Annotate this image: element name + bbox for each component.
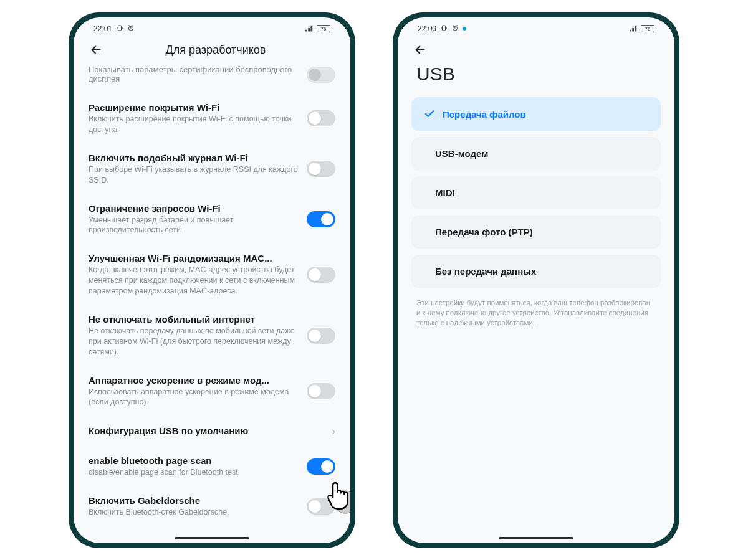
usb-option[interactable]: Передача файлов — [411, 97, 661, 131]
status-time: 22:00 — [418, 24, 436, 33]
battery-icon: 76 — [641, 25, 654, 32]
back-button[interactable] — [413, 42, 428, 57]
svg-rect-3 — [443, 26, 446, 31]
screen-left: 22:01 76 Для разработчиков Показыв — [74, 17, 350, 543]
setting-row[interactable]: Ограничение запросов Wi-FiУменьшает разр… — [86, 194, 338, 245]
setting-row[interactable]: Конфигурация USB по умолчанию› — [86, 416, 338, 447]
usb-option[interactable]: USB-модем — [411, 137, 661, 170]
screen-right: 22:00 76 USB Передача файл — [398, 17, 674, 543]
setting-title: Расширение покрытия Wi-Fi — [89, 102, 299, 113]
statusbar: 22:00 76 — [398, 17, 674, 36]
toggle-switch[interactable] — [307, 67, 335, 83]
battery-icon: 76 — [317, 25, 330, 32]
setting-row[interactable]: Включить подобный журнал Wi-FiПри выборе… — [86, 144, 338, 194]
setting-title: Не отключать мобильный интернет — [89, 314, 299, 325]
page-title: Для разработчиков — [96, 44, 335, 57]
option-label: Передача файлов — [443, 109, 526, 120]
page-header — [398, 36, 674, 60]
setting-title: enable bluetooth page scan — [89, 455, 299, 466]
setting-title: Показывать параметры сертификации беспро… — [89, 65, 299, 83]
usb-options-list: Передача файловUSB-модемMIDIПередача фот… — [398, 97, 674, 288]
setting-subtitle: Уменьшает разряд батареи и повышает прои… — [89, 215, 299, 236]
setting-subtitle: Включить расширение покрытия Wi-Fi с пом… — [89, 114, 299, 135]
vibrate-icon — [440, 24, 448, 34]
setting-row[interactable]: Не отключать мобильный интернетНе отключ… — [86, 305, 338, 366]
toggle-switch[interactable] — [307, 383, 335, 399]
settings-list[interactable]: Показывать параметры сертификации беспро… — [74, 65, 350, 543]
usb-option[interactable]: Без передачи данных — [411, 255, 661, 288]
toggle-switch[interactable] — [307, 211, 335, 227]
setting-title: Включить подобный журнал Wi-Fi — [89, 153, 299, 163]
toggle-switch[interactable] — [307, 498, 335, 515]
alarm-icon — [127, 24, 135, 34]
status-time: 22:01 — [94, 24, 112, 33]
usb-option[interactable]: Передача фото (PTP) — [411, 216, 661, 249]
setting-row[interactable]: Включить GabeldorscheВключить Bluetooth-… — [86, 486, 338, 526]
statusbar: 22:01 76 — [74, 17, 350, 36]
toggle-switch[interactable] — [307, 110, 335, 126]
notification-dot-icon — [463, 27, 466, 31]
check-icon — [424, 108, 435, 120]
home-indicator[interactable] — [175, 537, 249, 539]
footnote-text: Эти настройки будут применяться, когда в… — [398, 288, 674, 338]
toggle-switch[interactable] — [307, 267, 335, 283]
setting-title: Улучшенная Wi-Fi рандомизация MAC... — [89, 253, 299, 263]
option-label: MIDI — [435, 187, 455, 198]
setting-subtitle: Использовать аппаратное ускорение в режи… — [89, 387, 299, 408]
setting-subtitle: Когда включен этот режим, MAC-адрес устр… — [89, 265, 299, 297]
signal-icon — [630, 24, 638, 33]
usb-option[interactable]: MIDI — [411, 176, 661, 209]
phone-left: 22:01 76 Для разработчиков Показыв — [69, 12, 355, 548]
setting-title: Ограничение запросов Wi-Fi — [89, 203, 299, 214]
setting-subtitle: При выборе Wi-Fi указывать в журнале RSS… — [89, 164, 299, 186]
svg-rect-0 — [118, 26, 122, 31]
phone-right: 22:00 76 USB Передача файл — [393, 12, 679, 548]
setting-subtitle: disable/enable page scan for Bluetooth t… — [89, 467, 299, 478]
chevron-right-icon: › — [332, 425, 335, 438]
home-indicator[interactable] — [499, 537, 573, 539]
option-label: Без передачи данных — [435, 266, 536, 277]
setting-subtitle: Включить Bluetooth-стек Gabeldorsche. — [89, 507, 299, 518]
setting-row[interactable]: Расширение покрытия Wi-FiВключить расшир… — [86, 93, 338, 144]
setting-row[interactable]: enable bluetooth page scandisable/enable… — [86, 447, 338, 486]
page-header: Для разработчиков — [74, 36, 350, 65]
setting-subtitle: Не отключать передачу данных по мобильно… — [89, 326, 299, 358]
signal-icon — [305, 24, 314, 33]
vibrate-icon — [116, 24, 123, 34]
toggle-switch[interactable] — [307, 458, 335, 475]
alarm-icon — [451, 24, 459, 34]
setting-row[interactable]: Аппаратное ускорение в режиме мод...Испо… — [86, 366, 338, 417]
setting-row[interactable]: Улучшенная Wi-Fi рандомизация MAC...Когд… — [86, 244, 338, 305]
option-label: USB-модем — [435, 148, 488, 159]
setting-row[interactable]: Показывать параметры сертификации беспро… — [86, 65, 338, 93]
option-label: Передача фото (PTP) — [435, 227, 533, 237]
toggle-switch[interactable] — [307, 161, 335, 177]
setting-title: Конфигурация USB по умолчанию — [89, 425, 324, 436]
toggle-switch[interactable] — [307, 328, 335, 344]
setting-title: Аппаратное ускорение в режиме мод... — [89, 375, 299, 386]
setting-title: Включить Gabeldorsche — [89, 495, 299, 506]
page-title: USB — [398, 60, 674, 97]
